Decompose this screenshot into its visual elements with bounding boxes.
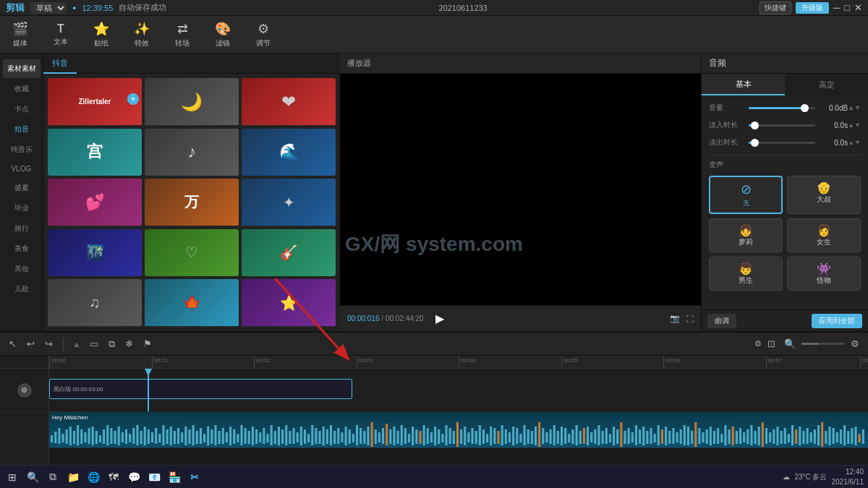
media-label: 媒体 (13, 38, 27, 48)
music-card-5[interactable]: 🌊 烟雨 游飞文 00:21 ☆⬇ (242, 129, 336, 176)
voice-btn-none[interactable]: ⊘ 无 (709, 176, 783, 214)
music-card-2[interactable]: ❤ 即一心动 任子豪 00:21 ☆⬇ (242, 78, 336, 126)
taskbar-maps[interactable]: 🗺 (106, 469, 122, 485)
music-card-14[interactable]: ⭐ 你的回眸像星星 00:20 ☆⬇ (242, 279, 336, 327)
minimize-button[interactable]: ─ (833, 2, 840, 13)
fadeout-spin[interactable]: ▲▼ (848, 139, 861, 146)
sidebar-item-music[interactable]: 拍音 (3, 120, 41, 139)
tl-copy-button[interactable]: ⧉ (106, 337, 118, 351)
taskbar-explorer[interactable]: 📁 (65, 469, 81, 485)
tl-settings[interactable]: ⚙ (848, 337, 862, 351)
sidebar-item-recommend[interactable]: 素材素材 (3, 59, 41, 78)
tab-douyinmusic[interactable]: 抖音 (43, 53, 77, 74)
black-clip[interactable]: 黑白场 00:00:03:00 (49, 379, 352, 399)
taskbar-mail[interactable]: 📧 (146, 469, 162, 485)
tab-basic[interactable]: 基本 (702, 74, 785, 95)
music-card-13[interactable]: 🍁 春秋冬夏 00:20 ☆⬇ (145, 279, 239, 327)
music-card-11[interactable]: 🎸 吉他初恋 乔飞宸 00:26 ☆⬇ (242, 229, 336, 277)
music-add-0[interactable]: + (127, 93, 139, 105)
tl-undo-button[interactable]: ↩ (24, 337, 38, 351)
sidebar-item-collect[interactable]: 收藏 (3, 80, 41, 98)
preview-screenshot-button[interactable]: 📷 (670, 314, 680, 323)
voice-btn-girl[interactable]: 👩 女生 (787, 218, 861, 252)
toolbar-filter[interactable]: 🎨 滤镜 (210, 21, 236, 48)
voice-btn-uncle[interactable]: 👴 大叔 (787, 176, 861, 214)
close-button[interactable]: ✕ (854, 2, 862, 13)
tl-redo-button[interactable]: ↪ (42, 337, 56, 351)
toolbar-transitions[interactable]: ⇄ 转场 (169, 21, 195, 48)
svg-rect-152 (616, 429, 618, 444)
fadeout-slider[interactable] (749, 142, 815, 144)
sidebar-item-mark[interactable]: 卡点 (3, 100, 41, 119)
voice-btn-monster[interactable]: 👾 怪物 (787, 257, 861, 291)
preview-fullscreen-button[interactable]: ⛶ (686, 314, 694, 323)
music-card-3[interactable]: 宫 宫 纯二 00:22 ☆⬇ (48, 129, 142, 176)
fadein-spin[interactable]: ▲▼ (848, 121, 861, 129)
music-card-8[interactable]: ✦ 银河与星斗（剪...) yihuik苡慧 00:26 ☆⬇ (242, 179, 336, 226)
restore-button[interactable]: □ (844, 2, 850, 13)
tl-zoom-fit[interactable]: ⊡ (765, 337, 778, 351)
toolbar-media[interactable]: 🎬 媒体 (7, 21, 33, 48)
svg-rect-211 (836, 432, 838, 442)
volume-spin[interactable]: ▲▼ (848, 104, 861, 111)
playhead[interactable] (148, 369, 149, 411)
sidebar-item-pure[interactable]: 纯音乐 (3, 140, 41, 159)
audio-waveform-bg[interactable]: Hey Mädchen (49, 412, 868, 448)
tab-advanced[interactable]: 高定 (785, 74, 868, 95)
sidebar-item-summer[interactable]: 盛夏 (3, 179, 41, 197)
svg-rect-13 (99, 435, 101, 442)
sidebar-item-travel[interactable]: 旅行 (3, 219, 41, 238)
sidebar-item-graduation[interactable]: 毕业 (3, 199, 41, 218)
svg-rect-77 (337, 428, 339, 444)
apply-all-button[interactable]: 应用到全部 (812, 314, 862, 328)
voice-btn-male[interactable]: 👦 男生 (709, 257, 783, 291)
tl-delete-button[interactable]: ▭ (87, 337, 101, 351)
media-icon: 🎬 (12, 21, 28, 37)
tl-zoom-slider[interactable] (801, 343, 845, 345)
music-card-1[interactable]: 🌙 我想要 蓝默光 00:20 ☆⬇ (145, 78, 239, 126)
sidebar-item-beauty[interactable]: 美妆 (3, 260, 41, 278)
text-label: 文本 (54, 37, 68, 47)
tl-freeze-button[interactable]: ❄ (122, 337, 136, 351)
svg-rect-112 (467, 432, 469, 442)
music-card-4[interactable]: ♪ 半生音 童七妞妞 00:25 ☆⬇ (145, 129, 239, 176)
music-card-7[interactable]: 万 万疆（剪辑版） 李玉刚 00:38 ☆⬇ (145, 179, 239, 226)
svg-rect-132 (542, 428, 544, 444)
svg-rect-7 (77, 425, 79, 445)
tl-split-button[interactable]: ⟁ (71, 337, 82, 351)
music-card-12[interactable]: ♫ 半退 00:20 ☆⬇ (48, 279, 142, 327)
volume-slider[interactable] (749, 107, 815, 109)
curve-button[interactable]: 曲调 (707, 314, 736, 328)
toolbar-text[interactable]: T 文本 (48, 22, 74, 47)
tl-cursor-tool[interactable]: ↖ (6, 337, 20, 351)
svg-rect-192 (765, 428, 767, 444)
sidebar-item-kids[interactable]: 儿歌 (3, 280, 41, 299)
music-card-6[interactable]: 💕 *kiss me baby... 橘子不够酸/victor 03:10 ☆⬇ (48, 179, 142, 226)
voice-section-title: 变声 (709, 160, 861, 170)
svg-rect-2 (58, 428, 60, 444)
video-track-label: ⚙ (0, 369, 48, 412)
music-card-9[interactable]: 🌃 无忌（剪辑版） 杨正坤 00:21 ☆⬇ (48, 229, 142, 277)
taskbar-edge[interactable]: 🌐 (85, 469, 101, 485)
music-card-0[interactable]: Zillertaler + Zillertaler Madchen Ziller… (48, 78, 142, 126)
music-card-10[interactable]: ♡ S.O.S - Herz in... 3mal1 00:25 ☆⬇ (145, 229, 239, 277)
taskbar-search[interactable]: 🔍 (25, 469, 41, 485)
taskbar-store[interactable]: 🏪 (166, 469, 182, 485)
sidebar-item-vlog[interactable]: VLOG (3, 160, 41, 177)
preview-play-button[interactable]: ▶ (435, 312, 444, 325)
upgrade-button[interactable]: 升级版 (796, 2, 829, 14)
tl-zoom-minus[interactable]: 🔍 (781, 337, 799, 351)
toolbar-effects[interactable]: ✨ 特效 (129, 21, 155, 48)
shortcut-button[interactable]: 快捷键 (760, 1, 791, 14)
taskbar-start[interactable]: ⊞ (4, 469, 20, 485)
toolbar-adjust[interactable]: ⚙ 调节 (250, 21, 276, 48)
taskbar-taskview[interactable]: ⧉ (45, 469, 61, 485)
voice-btn-loli[interactable]: 👧 萝莉 (709, 218, 783, 252)
taskbar-jianying[interactable]: ✂ (187, 469, 203, 485)
toolbar-sticker[interactable]: ⭐ 贴纸 (88, 21, 114, 48)
fadein-slider[interactable] (749, 124, 815, 127)
sidebar-item-food[interactable]: 美食 (3, 239, 41, 258)
draft-dropdown[interactable]: 草稿 (30, 2, 67, 14)
taskbar-wechat[interactable]: 💬 (126, 469, 142, 485)
tl-flag-button[interactable]: ⚑ (140, 337, 155, 351)
